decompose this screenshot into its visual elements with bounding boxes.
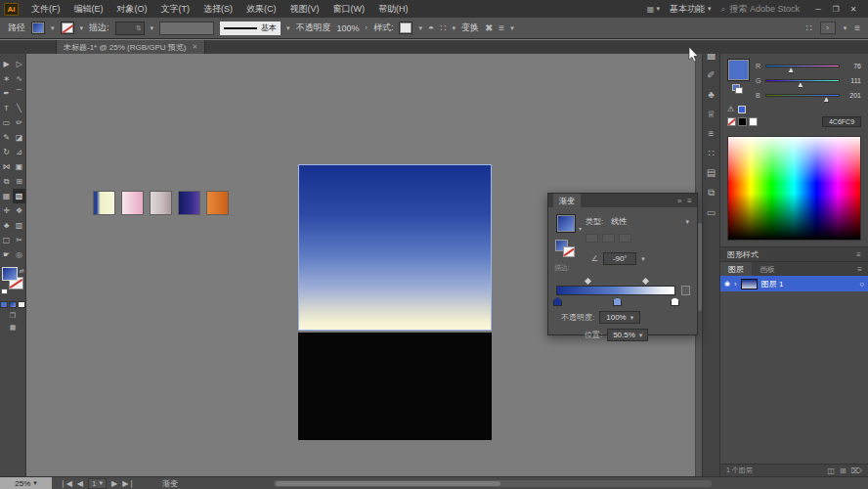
screen-mode-button[interactable]: ▦: [10, 324, 17, 332]
sky-gradient-rectangle[interactable]: [298, 164, 492, 331]
first-artboard-icon[interactable]: ❘◀: [60, 479, 72, 488]
linear-gradient-button[interactable]: [586, 234, 598, 243]
isolate-selection-icon[interactable]: ✖: [485, 22, 493, 33]
swap-fill-stroke-icon[interactable]: ⇄: [19, 267, 23, 274]
green-value[interactable]: 111: [844, 77, 861, 84]
layer-target-icon[interactable]: ○: [859, 280, 864, 289]
layers-panel-menu-icon[interactable]: ≡: [857, 265, 868, 274]
layers-panel-empty-area[interactable]: [720, 291, 868, 464]
artboard-tool[interactable]: ▢: [0, 233, 13, 247]
direct-selection-tool[interactable]: ▷: [13, 57, 25, 71]
color-guide-panel-icon[interactable]: ♕: [707, 109, 716, 119]
blue-value[interactable]: 201: [844, 92, 861, 99]
gradient-tool[interactable]: ▧: [13, 189, 25, 203]
blue-slider[interactable]: [765, 94, 840, 97]
web-safe-swatch[interactable]: [738, 106, 746, 113]
gradient-preset-dropdown-icon[interactable]: ▾: [579, 225, 582, 232]
layer-row[interactable]: ◉ › 图层 1 ○: [720, 276, 868, 291]
close-button[interactable]: ✕: [845, 5, 862, 14]
gradient-midpoint-right[interactable]: [642, 278, 649, 285]
new-layer-icon[interactable]: ⊞: [840, 467, 846, 475]
fill-dropdown-icon[interactable]: ▾: [51, 24, 55, 32]
restore-button[interactable]: ❐: [827, 5, 845, 14]
default-fill-stroke-icon[interactable]: [1, 289, 8, 294]
scale-tool[interactable]: ⊿: [13, 145, 25, 159]
type-tool[interactable]: T: [0, 101, 13, 115]
magic-wand-tool[interactable]: ∗: [0, 71, 13, 86]
artboard-number-field[interactable]: 1 ▾: [88, 478, 107, 489]
selection-tool[interactable]: ▶: [0, 57, 13, 71]
eyedropper-tool[interactable]: ✛: [0, 203, 13, 218]
stroke-style-dropdown-icon[interactable]: ▾: [286, 24, 290, 32]
menu-type[interactable]: 文字(T): [154, 0, 197, 18]
hand-tool[interactable]: ☛: [0, 247, 13, 262]
zoom-level-field[interactable]: 25% ▾: [0, 477, 52, 489]
workspace-switcher[interactable]: 基本功能 ▾: [670, 3, 712, 16]
gradient-stop-left[interactable]: [553, 297, 562, 306]
white-swatch[interactable]: [749, 117, 758, 126]
align-options-icon[interactable]: ∷: [440, 22, 446, 33]
gradient-swatch-purple[interactable]: [178, 191, 200, 215]
gradient-angle-field[interactable]: -90°: [603, 252, 636, 265]
blend-tool[interactable]: ❖: [13, 203, 25, 218]
color-spectrum[interactable]: [727, 136, 861, 241]
menu-edit[interactable]: 编辑(E): [67, 0, 110, 18]
artboards-panel-icon[interactable]: ▭: [707, 207, 716, 218]
column-graph-tool[interactable]: ▥: [13, 218, 25, 233]
gamut-warning-icon[interactable]: ⚠: [727, 105, 734, 113]
gradient-swatch-orange[interactable]: [206, 191, 229, 215]
stock-search-field[interactable]: ⌕ 搜索 Adobe Stock: [720, 3, 800, 16]
menu-help[interactable]: 帮助(H): [371, 0, 415, 18]
black-swatch[interactable]: [738, 117, 747, 126]
expand-layer-icon[interactable]: ›: [734, 280, 737, 289]
tab-close-icon[interactable]: ✕: [192, 43, 197, 51]
symbol-sprayer-tool[interactable]: ♣: [0, 218, 13, 233]
zoom-tool[interactable]: ◎: [13, 247, 25, 262]
brush-definition-field[interactable]: [159, 22, 214, 35]
menu-view[interactable]: 视图(V): [283, 0, 326, 18]
red-value[interactable]: 76: [844, 63, 861, 69]
dock-columns-icon[interactable]: ∷: [805, 22, 811, 33]
visibility-eye-icon[interactable]: ◉: [724, 280, 730, 288]
none-mode-button[interactable]: [18, 301, 25, 308]
freeform-gradient-button[interactable]: [619, 234, 631, 243]
artboard[interactable]: [298, 164, 492, 441]
green-slider-thumb[interactable]: [798, 82, 803, 88]
angle-dropdown-icon[interactable]: ▾: [641, 255, 645, 263]
document-tab[interactable]: 未标题-1* @ 25% (RGB/GPU 预览) ✕: [56, 40, 205, 54]
align-panel-icon[interactable]: ∷: [708, 148, 714, 158]
rectangle-tool[interactable]: ▭: [0, 115, 13, 130]
rotate-tool[interactable]: ↻: [0, 145, 13, 159]
width-tool[interactable]: ⋈: [0, 159, 13, 174]
fill-indicator-swatch[interactable]: [2, 267, 18, 281]
free-transform-tool[interactable]: ▣: [13, 159, 25, 174]
shape-builder-tool[interactable]: ⧉: [0, 174, 13, 189]
stroke-color-swatch[interactable]: [61, 22, 74, 34]
eraser-tool[interactable]: ◪: [13, 130, 25, 145]
menu-window[interactable]: 窗口(W): [326, 0, 372, 18]
width-profile-dropdown-icon[interactable]: ▾: [151, 24, 154, 32]
transform-label[interactable]: 变换: [461, 22, 479, 34]
gradient-stop-right[interactable]: [671, 297, 679, 306]
opacity-value[interactable]: 100%: [337, 23, 360, 33]
tab-artboards[interactable]: 画板: [752, 262, 783, 276]
menu-effect[interactable]: 效果(C): [239, 0, 283, 18]
menu-select[interactable]: 选择(S): [196, 0, 239, 18]
color-mode-button[interactable]: [0, 301, 8, 308]
red-slider-thumb[interactable]: [788, 67, 794, 73]
gradient-stroke-swatch[interactable]: [563, 246, 575, 257]
blue-slider-thumb[interactable]: [823, 97, 829, 103]
none-swatch[interactable]: [727, 117, 736, 126]
gradient-slider-bar[interactable]: [556, 286, 675, 295]
last-artboard-icon[interactable]: ▶❘: [122, 479, 135, 488]
make-mask-icon[interactable]: ◫: [827, 467, 835, 475]
opacity-dropdown-icon[interactable]: ▾: [630, 314, 634, 322]
mini-fill-stroke-icon[interactable]: [732, 84, 742, 93]
gradient-midpoint-left[interactable]: [585, 278, 591, 285]
menu-object[interactable]: 对象(O): [110, 0, 154, 18]
panel-toggle-dropdown-icon[interactable]: ▾: [844, 24, 847, 32]
menu-file[interactable]: 文件(F): [24, 0, 67, 18]
gradient-swatch-pink[interactable]: [121, 191, 144, 215]
gradient-mode-button[interactable]: [9, 301, 17, 308]
minimize-button[interactable]: ─: [809, 5, 827, 14]
